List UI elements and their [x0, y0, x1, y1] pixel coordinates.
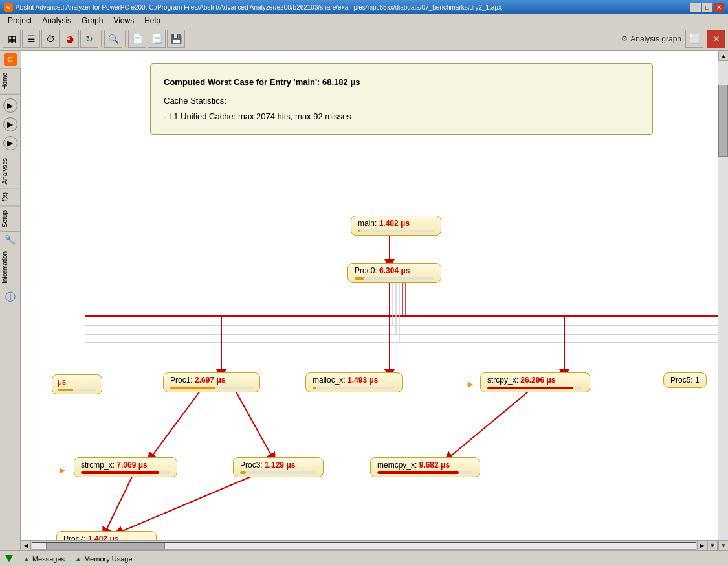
node-proc1[interactable]: Proc1: 2.697 μs [163, 372, 260, 392]
toolbar-fullscreen-btn[interactable]: ⬜ [685, 30, 703, 48]
node-partial-left[interactable]: μs [52, 374, 102, 394]
vscroll[interactable]: ▲ ▼ [718, 51, 728, 550]
node-memcpy-label: memcpy_x: [377, 460, 419, 470]
node-strcpy-time: 26.296 μs [520, 376, 555, 385]
node-strcpy-label: strcpy_x: [487, 376, 520, 385]
node-main-time: 1.402 μs [379, 219, 410, 228]
title-bar: G AbsInt Advanced Analyzer for PowerPC e… [0, 0, 728, 14]
status-bar: ▲ Messages ▲ Memory Usage [0, 550, 728, 566]
sidebar-tab-analyses[interactable]: Analyses [0, 154, 20, 189]
node-strcpy-x[interactable]: strcpy_x: 26.296 μs [480, 372, 590, 392]
node-partial-left-bar [58, 389, 73, 391]
wrench-icon: 🔧 [5, 234, 16, 245]
node-main-progress-bar [358, 230, 360, 232]
toolbar-doc1-btn[interactable]: 📄 [128, 30, 146, 48]
node-malloc-progress-bar [313, 387, 316, 389]
hscroll-left-btn[interactable]: ◀ [21, 541, 31, 551]
maximize-button[interactable]: □ [702, 3, 712, 12]
svg-line-18 [105, 473, 134, 533]
toolbar-clock-btn[interactable]: ⏱ [41, 30, 60, 48]
toolbar-list-btn[interactable]: ☰ [22, 30, 40, 48]
node-memcpy-progress [377, 471, 473, 474]
orange-arrow-strcmp: ► [58, 465, 67, 475]
node-main-progress [358, 230, 434, 232]
play-btn-status[interactable] [5, 555, 13, 563]
menu-views[interactable]: Views [108, 15, 139, 27]
menu-graph[interactable]: Graph [76, 15, 108, 27]
sidebar-play-btn-2[interactable]: ▶ [3, 117, 17, 131]
status-messages[interactable]: ▲ Messages [23, 555, 65, 563]
left-sidebar: G Home ▶ ▶ ▶ Analyses f(x) Setup 🔧 Infor… [0, 51, 21, 550]
toolbar-search-btn[interactable]: 🔍 [104, 30, 122, 48]
node-proc5-partial[interactable]: Proc5: 1 [663, 372, 707, 388]
node-malloc-time: 1.493 μs [347, 376, 378, 385]
node-strcmp-progress-bar [81, 471, 159, 474]
memory-label: Memory Usage [84, 555, 133, 563]
hscroll-bar[interactable]: ◀ ▶ ⊞ [21, 540, 718, 550]
messages-label: Messages [32, 555, 65, 563]
vscroll-down-btn[interactable]: ▼ [718, 540, 728, 550]
window-controls: — □ ✕ [690, 3, 724, 12]
node-proc0-progress [355, 277, 434, 280]
node-memcpy-time: 9.682 μs [419, 460, 450, 470]
sidebar-tab-home[interactable]: Home [0, 69, 20, 95]
node-strcmp-x[interactable]: strcmp_x: 7.069 μs [74, 457, 177, 477]
toolbar-right: ⚙ Analysis graph ⬜ ✕ [621, 30, 725, 48]
node-proc3[interactable]: Proc3: 1.129 μs [233, 457, 324, 477]
toolbar-pie-btn[interactable]: ◕ [61, 30, 79, 48]
svg-line-19 [118, 473, 260, 533]
hscroll-track[interactable] [32, 542, 696, 550]
svg-line-15 [150, 389, 202, 458]
node-strcmp-progress [81, 471, 170, 474]
menu-bar: Project Analysis Graph Views Help [0, 14, 728, 27]
menu-help[interactable]: Help [139, 15, 166, 27]
vscroll-thumb[interactable] [718, 85, 728, 157]
vscroll-up-btn[interactable]: ▲ [718, 51, 728, 61]
node-strcpy-progress [487, 387, 583, 389]
node-malloc-x[interactable]: malloc_x: 1.493 μs [305, 372, 403, 392]
node-memcpy-progress-bar [377, 471, 459, 474]
minimize-button[interactable]: — [690, 3, 701, 12]
node-malloc-label: malloc_x: [313, 376, 347, 385]
node-proc0-progress-bar [355, 277, 364, 280]
node-proc0[interactable]: Proc0: 6.304 μs [347, 263, 441, 283]
node-malloc-progress [313, 387, 395, 389]
menu-analysis[interactable]: Analysis [37, 15, 76, 27]
toolbar-doc2-btn[interactable]: 📃 [148, 30, 166, 48]
node-strcmp-time: 7.069 μs [116, 460, 147, 470]
toolbar-export-btn[interactable]: 💾 [167, 30, 185, 48]
close-button[interactable]: ✕ [714, 3, 724, 12]
svg-line-17 [448, 389, 532, 458]
sidebar-play-btn-3[interactable]: ▶ [3, 136, 17, 150]
node-proc1-progress [170, 387, 253, 389]
node-proc5-label: Proc5: 1 [670, 376, 700, 385]
sidebar-tab-information[interactable]: Information [0, 247, 20, 288]
sidebar-tab-fx[interactable]: f(x) [0, 188, 20, 206]
scroll-corner-btn[interactable]: ⊞ [707, 541, 718, 551]
node-main-label: main: [358, 219, 379, 228]
node-main[interactable]: main: 1.402 μs [351, 216, 441, 236]
toolbar-close-graph-btn[interactable]: ✕ [707, 30, 725, 48]
node-proc3-progress-bar [240, 471, 246, 474]
toolbar-grid-btn[interactable]: ▦ [3, 30, 21, 48]
toolbar-refresh-btn[interactable]: ↻ [80, 30, 98, 48]
info-icon: ⓘ [5, 291, 16, 304]
node-partial-left-progress [58, 389, 96, 391]
node-proc3-time: 1.129 μs [265, 460, 295, 470]
toolbar-sep-1 [101, 31, 102, 47]
status-memory[interactable]: ▲ Memory Usage [75, 555, 132, 563]
node-proc3-progress [240, 471, 316, 474]
app-icon: G [4, 3, 13, 12]
info-cache-l1: - L1 Unified Cache: max 2074 hits, max 9… [164, 109, 639, 124]
hscroll-right-btn[interactable]: ▶ [697, 541, 707, 551]
toolbar: ▦ ☰ ⏱ ◕ ↻ 🔍 📄 📃 💾 ⚙ Analysis graph ⬜ ✕ [0, 27, 728, 51]
right-sidebar: ▲ ▼ [718, 51, 728, 550]
hscroll-thumb[interactable] [46, 543, 166, 549]
sidebar-tab-setup[interactable]: Setup [0, 207, 20, 232]
menu-project[interactable]: Project [3, 15, 37, 27]
vscroll-track[interactable] [718, 61, 728, 540]
analysis-graph-label: ⚙ Analysis graph [621, 34, 681, 43]
node-memcpy-x[interactable]: memcpy_x: 9.682 μs [370, 457, 480, 477]
main-layout: G Home ▶ ▶ ▶ Analyses f(x) Setup 🔧 Infor… [0, 51, 728, 550]
sidebar-play-btn-1[interactable]: ▶ [3, 98, 17, 113]
